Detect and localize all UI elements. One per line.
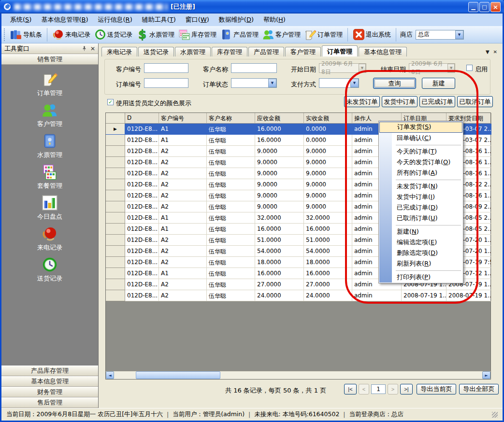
pin-icon[interactable] (81, 45, 87, 52)
context-menu-item[interactable]: 今天的发货订单(O) (379, 157, 462, 168)
toolbar-button[interactable]: 库存管理 (176, 28, 218, 42)
toolbar-button[interactable]: 产品管理 (218, 28, 260, 42)
context-menu-item[interactable]: 发货中订单(I) (379, 192, 462, 202)
tab[interactable]: 产品管理 (248, 47, 284, 56)
row-selector-cell[interactable] (106, 268, 125, 279)
new-button[interactable]: 新建 (422, 78, 455, 89)
column-header-customer-name[interactable]: 客户名称 (207, 113, 255, 124)
customer-no-input[interactable] (144, 63, 188, 73)
color-display-checkbox[interactable]: ✓ (107, 99, 114, 105)
restore-button[interactable]: □ (479, 2, 490, 12)
prev-page-button[interactable]: < (359, 384, 369, 394)
sidebar-group[interactable]: 产品库存管理 (1, 366, 98, 376)
row-selector-cell[interactable] (106, 212, 125, 224)
next-page-button[interactable]: > (388, 384, 398, 394)
page-number-input[interactable] (371, 384, 386, 394)
sidebar-group-sales[interactable]: 销售管理 (1, 54, 98, 65)
column-header-received[interactable]: 实收金额 (304, 113, 352, 124)
chevron-down-icon[interactable]: ▼ (350, 79, 359, 87)
tab-list-dropdown-icon[interactable]: ▼ (486, 49, 490, 55)
query-button[interactable]: 查询 (373, 78, 416, 89)
export-current-page-button[interactable]: 导出当前页 (417, 384, 456, 394)
scroll-right-icon[interactable]: ► (482, 371, 490, 379)
toolbar-button[interactable]: 客户管理 (260, 28, 302, 42)
context-menu-item[interactable]: 新建(N) (379, 226, 462, 237)
row-selector-cell[interactable] (106, 257, 125, 268)
column-header-customer-no[interactable]: 客户编号 (159, 113, 207, 124)
close-icon[interactable]: ✕ (90, 45, 95, 52)
toolbar-button[interactable]: 来电记录 (50, 28, 92, 42)
pay-method-select[interactable]: ▼ (319, 78, 359, 88)
tab[interactable]: 客户管理 (285, 47, 321, 56)
column-header-receivable[interactable]: 应收金额 (255, 113, 304, 124)
row-selector-cell[interactable] (106, 290, 125, 301)
row-selector-cell[interactable] (106, 179, 125, 190)
tab[interactable]: 水票管理 (175, 47, 211, 56)
column-header-id[interactable]: D (125, 113, 159, 124)
tab-close-icon[interactable]: ✕ (493, 49, 497, 55)
row-selector-cell[interactable] (106, 135, 125, 146)
menu-item[interactable]: 基本信息管理(B) (36, 14, 93, 26)
tab[interactable]: 来电记录 (101, 47, 137, 56)
sidebar-item[interactable]: 送货记录 (16, 256, 84, 281)
menu-item[interactable]: 窗口(W) (181, 14, 214, 26)
scrollbar-thumb[interactable] (136, 371, 220, 379)
row-selector-cell[interactable]: ▶ (106, 124, 125, 135)
toolbar-button[interactable]: 送货记录 (92, 28, 134, 42)
start-date-picker[interactable]: 2009年 6月 8日 ▼ (319, 63, 366, 73)
row-selector-cell[interactable] (106, 201, 125, 212)
order-status-filter-button[interactable]: 已取消订单 (457, 96, 493, 107)
row-selector-cell[interactable] (106, 279, 125, 290)
context-menu-item[interactable]: 编辑选定项(E) (379, 237, 462, 248)
context-menu-item[interactable]: 已完成订单(D) (379, 202, 462, 213)
last-page-button[interactable]: >| (400, 384, 413, 394)
context-menu-item[interactable]: 刷新列表(R) (379, 258, 462, 269)
close-button[interactable]: × (490, 2, 501, 12)
shop-select[interactable]: 总店 ▼ (416, 30, 464, 40)
menu-item[interactable]: 辅助工具(T) (137, 14, 181, 26)
toolbar-button[interactable]: 退出系统 (351, 28, 393, 42)
order-status-select[interactable]: ▼ (231, 78, 277, 88)
sidebar-group[interactable]: 财务管理 (1, 387, 98, 397)
toolbar-button[interactable]: $水票管理 (134, 28, 176, 42)
row-selector-cell[interactable] (106, 224, 125, 235)
menu-item[interactable]: 系统(S) (5, 14, 36, 26)
toolbar-button[interactable]: 导航条 (8, 28, 44, 42)
context-menu-item[interactable]: 回单确认(C) (379, 133, 462, 143)
sidebar-item[interactable]: 客户管理 (16, 102, 84, 127)
row-selector-cell[interactable] (106, 235, 125, 246)
first-page-button[interactable]: |< (344, 384, 357, 394)
order-status-filter-button[interactable]: 发货中订单 (382, 96, 418, 107)
chevron-down-icon[interactable]: ▼ (268, 79, 276, 87)
sidebar-item[interactable]: 套餐管理 (16, 164, 84, 189)
sidebar-item[interactable]: 订单管理 (16, 71, 84, 96)
menu-item[interactable]: 帮助(H) (259, 14, 290, 26)
row-selector-cell[interactable] (106, 146, 125, 157)
sidebar-item[interactable]: 来电记录 (16, 225, 84, 251)
export-all-pages-button[interactable]: 导出全部页 (459, 384, 499, 394)
sidebar-item[interactable]: 水票管理 (16, 133, 84, 158)
context-menu-item[interactable]: 打印列表(P) (379, 272, 462, 282)
row-selector-cell[interactable] (106, 168, 125, 179)
menu-item[interactable]: 运行信息(R) (93, 14, 137, 26)
row-selector-cell[interactable] (106, 157, 125, 168)
context-menu-item[interactable]: 已取消订单(U) (379, 213, 462, 224)
context-menu-item[interactable]: 订单发货(S) (379, 122, 462, 133)
horizontal-scrollbar[interactable]: ◄ ► (106, 371, 490, 379)
sidebar-group[interactable]: 售后管理 (1, 397, 98, 408)
tab[interactable]: 订单管理 (322, 45, 358, 56)
tab[interactable]: 库存管理 (212, 47, 247, 56)
context-menu-item[interactable]: 所有的订单(A) (379, 168, 462, 178)
chevron-down-icon[interactable]: ▼ (455, 30, 463, 39)
order-status-filter-button[interactable]: 已完成订单 (419, 96, 455, 107)
order-no-input[interactable] (144, 78, 188, 88)
row-selector-cell[interactable] (106, 246, 125, 257)
context-menu-item[interactable]: 今天的订单(T) (379, 146, 462, 157)
menu-item[interactable]: 数据维护(D) (214, 14, 259, 26)
customer-name-input[interactable] (231, 63, 277, 73)
scroll-left-icon[interactable]: ◄ (106, 371, 114, 379)
tab[interactable]: 送货记录 (138, 47, 174, 56)
order-status-filter-button[interactable]: 未发货订单 (344, 96, 380, 107)
minimize-button[interactable]: ▁ (468, 2, 478, 12)
tab[interactable]: 基本信息管理 (359, 47, 407, 56)
